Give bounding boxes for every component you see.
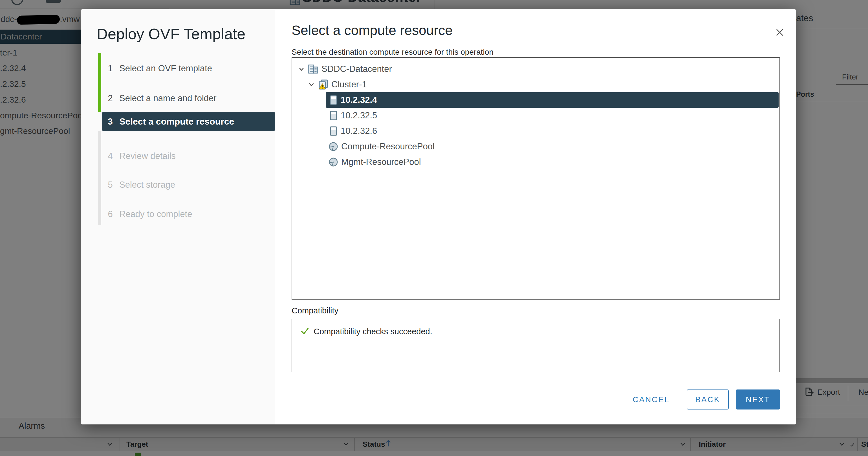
wizard-step-4[interactable]: 4 Review details: [102, 151, 271, 162]
back-button[interactable]: BACK: [687, 390, 729, 410]
next-button[interactable]: NEXT: [736, 390, 780, 410]
vsphere-client-screen: ddc-.vmw Datacenter ter-1 .2.32.4 .2.32.…: [0, 0, 868, 456]
success-check-icon: [300, 326, 310, 336]
datacenter-icon: [308, 64, 318, 74]
wizard-step-1[interactable]: 1 Select an OVF template: [102, 63, 271, 74]
wizard-progress-done: [98, 53, 101, 112]
chevron-down-icon[interactable]: [298, 65, 305, 73]
host-icon: [330, 111, 337, 120]
resource-pool-icon: [329, 157, 338, 167]
cancel-button[interactable]: CANCEL: [626, 390, 677, 410]
page-subtitle: Select the destination compute resource …: [291, 47, 494, 57]
tree-item-datacenter[interactable]: SDDC-Datacenter: [292, 61, 779, 77]
tree-item-host-10-2-32-5[interactable]: 10.2.32.5: [292, 108, 779, 123]
chevron-down-icon[interactable]: [308, 81, 315, 88]
deploy-ovf-template-dialog: Deploy OVF Template 1 Select an OVF temp…: [81, 9, 796, 424]
cluster-warning-icon: [318, 79, 329, 90]
tree-item-mgmt-resourcepool[interactable]: Mgmt-ResourcePool: [292, 154, 779, 170]
page-title: Select a compute resource: [291, 23, 453, 38]
host-icon: [330, 126, 337, 136]
wizard-step-3-active[interactable]: 3 Select a compute resource: [102, 112, 275, 131]
wizard-step-5[interactable]: 5 Select storage: [102, 179, 271, 191]
tree-item-host-10-2-32-4-selected[interactable]: 10.2.32.4: [326, 92, 779, 108]
close-button[interactable]: [775, 28, 784, 37]
wizard-title: Deploy OVF Template: [97, 25, 245, 42]
compatibility-box: Compatibility checks succeeded.: [291, 319, 780, 372]
close-icon: [775, 28, 784, 37]
wizard-progress-todo: [98, 131, 101, 225]
host-icon: [330, 95, 337, 105]
resource-pool-icon: [329, 142, 338, 151]
compute-resource-tree: SDDC-Datacenter Cluster-1: [291, 57, 780, 300]
wizard-step-2[interactable]: 2 Select a name and folder: [102, 93, 271, 104]
compatibility-message: Compatibility checks succeeded.: [314, 327, 432, 336]
compatibility-label: Compatibility: [291, 306, 338, 315]
tree-item-compute-resourcepool[interactable]: Compute-ResourcePool: [292, 139, 779, 154]
tree-item-cluster[interactable]: Cluster-1: [292, 77, 779, 92]
wizard-step-6[interactable]: 6 Ready to complete: [102, 208, 271, 220]
tree-item-host-10-2-32-6[interactable]: 10.2.32.6: [292, 123, 779, 139]
